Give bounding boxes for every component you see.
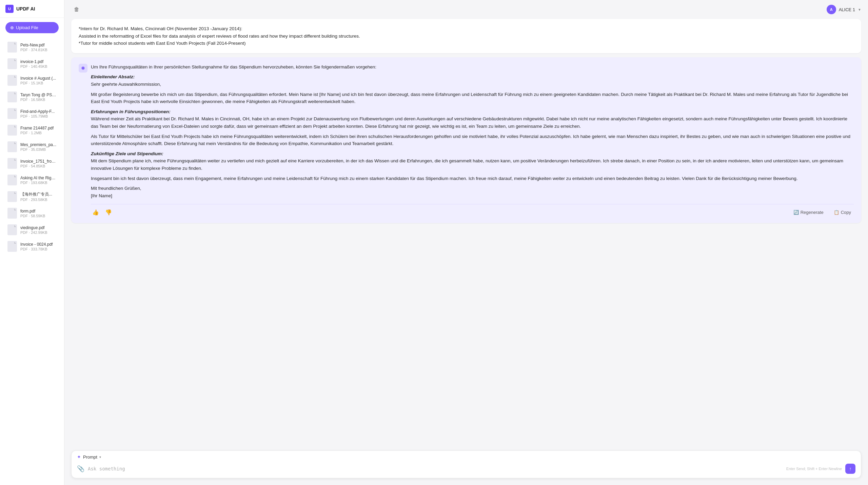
top-bar: 🗑 A ALICE 1 ▼ <box>64 0 868 19</box>
section-closing: Mit freundlichen Grüßen,[Ihr Name] <box>91 185 854 199</box>
attach-button[interactable]: 📎 <box>77 465 84 472</box>
file-meta: PDF · 15.1KB <box>20 81 57 85</box>
input-top-row: ✦ Prompt ▾ <box>72 451 861 462</box>
file-icon <box>7 175 17 185</box>
file-info: Taryn Tong @ PSU... PDF · 16.58KB <box>20 93 57 102</box>
main-content: 🗑 A ALICE 1 ▼ *Intern for Dr. Richard M.… <box>64 0 868 485</box>
file-icon <box>7 158 17 169</box>
file-name: 【海外推广专员... <box>20 191 57 197</box>
copy-button[interactable]: 📋 Copy <box>831 208 854 216</box>
file-meta: PDF · 193.68KB <box>20 181 57 185</box>
file-list-item[interactable]: Asking AI the Righ... PDF · 193.68KB <box>2 172 62 188</box>
file-info: Find-and-Apply-F... PDF · 105.79MB <box>20 109 57 118</box>
file-info: Invoice - 0024.pdf PDF · 333.78KB <box>20 242 57 251</box>
file-list-item[interactable]: Invoice - 0024.pdf PDF · 333.78KB <box>2 238 62 255</box>
file-name: Mes_premiers_pa... <box>20 142 57 147</box>
file-list-item[interactable]: viedingue.pdf PDF · 242.99KB <box>2 222 62 238</box>
file-meta: PDF · 58.59KB <box>20 214 57 218</box>
chat-input[interactable] <box>88 466 783 471</box>
file-info: Invoice_1751_from... PDF · 54.85KB <box>20 159 57 168</box>
section-body-3: Mit dem Stipendium plane ich, meine Führ… <box>91 158 843 171</box>
section-heading-2: Erfahrungen in Führungspositionen: <box>91 109 171 114</box>
file-icon <box>7 58 17 69</box>
file-meta: PDF · 105.79MB <box>20 114 57 118</box>
file-info: form.pdf PDF · 58.59KB <box>20 209 57 218</box>
thumbs-up-button[interactable]: 👍 <box>91 208 100 217</box>
section-2: Mit großer Begeisterung bewerbe ich mich… <box>91 91 854 105</box>
action-buttons: 🔄 Regenerate 📋 Copy <box>791 208 854 216</box>
file-icon <box>7 191 17 202</box>
file-list-item[interactable]: Taryn Tong @ PSU... PDF · 16.58KB <box>2 89 62 105</box>
file-icon <box>7 75 17 86</box>
file-list-item[interactable]: Find-and-Apply-F... PDF · 105.79MB <box>2 105 62 122</box>
section-body-greeting: Sehr geehrte Auswahlkommission, <box>91 82 161 87</box>
file-name: invoice-1.pdf <box>20 59 57 64</box>
upload-file-button[interactable]: ⊕ Upload File <box>5 22 59 33</box>
file-info: Invoice # August (... PDF · 15.1KB <box>20 76 57 85</box>
file-info: 【海外推广专员... PDF · 293.58KB <box>20 191 57 202</box>
user-name: ALICE 1 <box>839 7 855 12</box>
file-icon <box>7 208 17 219</box>
section-1: Einleitender Absatz: Sehr geehrte Auswah… <box>91 73 854 88</box>
file-name: Taryn Tong @ PSU... <box>20 93 57 97</box>
file-list: Pets-New.pdf PDF · 374.81KB invoice-1.pd… <box>0 37 64 485</box>
file-name: Find-and-Apply-F... <box>20 109 57 114</box>
file-meta: PDF · 374.81KB <box>20 48 57 52</box>
file-list-item[interactable]: invoice-1.pdf PDF · 140.45KB <box>2 56 62 72</box>
file-meta: PDF · 35.03MB <box>20 147 57 151</box>
file-icon <box>7 241 17 252</box>
file-info: Pets-New.pdf PDF · 374.81KB <box>20 43 57 52</box>
file-list-item[interactable]: Pets-New.pdf PDF · 374.81KB <box>2 39 62 55</box>
file-name: Pets-New.pdf <box>20 43 57 47</box>
ai-message-header: Um Ihre Führungsqualitäten in Ihrer pers… <box>79 63 854 217</box>
sidebar: U UPDF AI ⊕ Upload File Pets-New.pdf PDF… <box>0 0 64 485</box>
file-list-item[interactable]: Invoice # August (... PDF · 15.1KB <box>2 72 62 88</box>
section-heading-1: Einleitender Absatz: <box>91 74 135 79</box>
send-icon: ↑ <box>849 466 852 471</box>
section-6: Insgesamt bin ich fest davon überzeugt, … <box>91 175 854 182</box>
file-info: invoice-1.pdf PDF · 140.45KB <box>20 59 57 68</box>
file-list-item[interactable]: Invoice_1751_from... PDF · 54.85KB <box>2 155 62 171</box>
upload-icon: ⊕ <box>10 25 14 30</box>
sidebar-header: U UPDF AI <box>0 0 64 18</box>
ai-avatar-icon <box>79 64 87 73</box>
user-info[interactable]: A ALICE 1 ▼ <box>827 5 861 14</box>
file-meta: PDF · 54.85KB <box>20 164 57 168</box>
ai-message-body: Um Ihre Führungsqualitäten in Ihrer pers… <box>91 63 854 217</box>
regenerate-button[interactable]: 🔄 Regenerate <box>791 208 826 216</box>
file-meta: PDF · 16.58KB <box>20 98 57 102</box>
file-icon <box>7 141 17 152</box>
file-meta: PDF · 140.45KB <box>20 64 57 68</box>
file-meta: PDF · 293.58KB <box>20 198 57 202</box>
section-4: Als Tutor für Mittelschüler bei East End… <box>91 133 854 147</box>
ai-intro: Um Ihre Führungsqualitäten in Ihrer pers… <box>91 63 854 71</box>
prompt-sparkle-icon: ✦ <box>77 454 81 460</box>
file-icon <box>7 92 17 102</box>
section-5: Zukünftige Ziele und Stipendium: Mit dem… <box>91 150 854 172</box>
file-icon <box>7 125 17 136</box>
logo-icon: U <box>5 5 14 13</box>
file-list-item[interactable]: 【海外推广专员... PDF · 293.58KB <box>2 188 62 205</box>
section-heading-3: Zukünftige Ziele und Stipendium: <box>91 151 163 156</box>
document-text: *Intern for Dr. Richard M. Males, Cincin… <box>79 25 854 47</box>
file-info: viedingue.pdf PDF · 242.99KB <box>20 225 57 235</box>
file-icon <box>7 108 17 119</box>
file-list-item[interactable]: form.pdf PDF · 58.59KB <box>2 205 62 221</box>
regenerate-icon: 🔄 <box>793 210 799 215</box>
file-meta: PDF · 242.99KB <box>20 230 57 235</box>
file-name: Asking AI the Righ... <box>20 176 57 180</box>
file-name: Invoice_1751_from... <box>20 159 57 164</box>
prompt-dropdown-icon[interactable]: ▾ <box>99 455 101 459</box>
thumbs-down-button[interactable]: 👎 <box>104 208 113 217</box>
file-list-item[interactable]: Frame 214487.pdf PDF · 1.2MB <box>2 122 62 138</box>
copy-icon: 📋 <box>834 210 839 215</box>
file-list-item[interactable]: Mes_premiers_pa... PDF · 35.03MB <box>2 139 62 155</box>
send-button[interactable]: ↑ <box>845 464 855 474</box>
svg-point-1 <box>82 67 84 69</box>
section-body-2: Während meiner Zeit als Praktikant bei D… <box>91 116 847 129</box>
trash-icon[interactable]: 🗑 <box>71 4 82 15</box>
file-meta: PDF · 333.78KB <box>20 247 57 251</box>
top-bar-left: 🗑 <box>71 4 82 15</box>
file-name: form.pdf <box>20 209 57 214</box>
reaction-buttons: 👍 👎 <box>91 208 113 217</box>
